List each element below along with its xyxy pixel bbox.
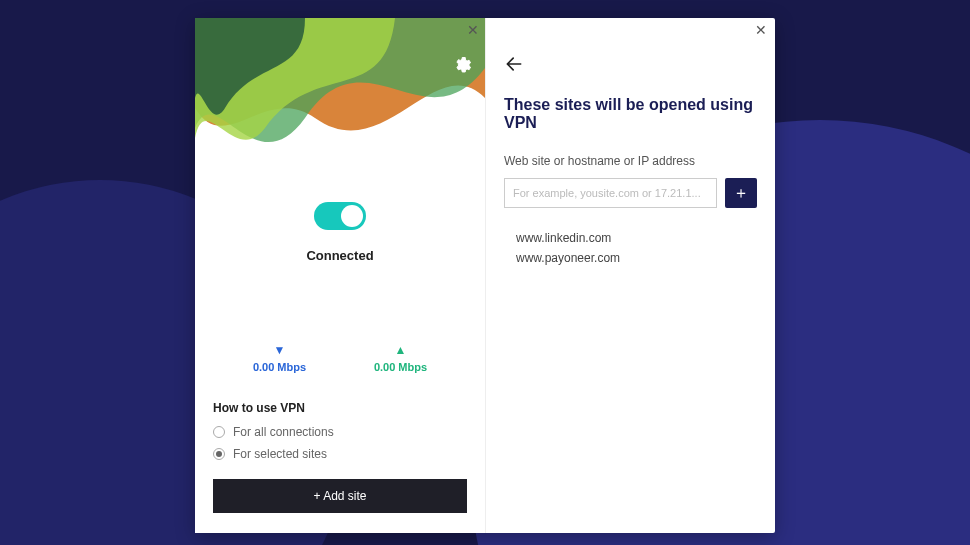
sites-panel: ✕ These sites will be opened using VPN W… xyxy=(485,18,775,533)
add-site-button[interactable]: + Add site xyxy=(213,479,467,513)
download-value: 0.00 Mbps xyxy=(253,361,306,373)
site-list: www.linkedin.com www.payoneer.com xyxy=(504,228,757,268)
upload-arrow-icon: ▲ xyxy=(395,343,407,357)
radio-icon xyxy=(213,426,225,438)
download-speed: ▼ 0.00 Mbps xyxy=(253,343,306,373)
radio-icon xyxy=(213,448,225,460)
add-site-label: + Add site xyxy=(313,489,366,503)
mode-selected-label: For selected sites xyxy=(233,447,327,461)
download-arrow-icon: ▼ xyxy=(274,343,286,357)
connection-status: Connected xyxy=(306,248,373,263)
panel-title: These sites will be opened using VPN xyxy=(504,96,757,132)
mode-all-label: For all connections xyxy=(233,425,334,439)
close-icon[interactable]: ✕ xyxy=(755,22,767,38)
main-panel: ✕ Connected ▼ 0.00 Mbps ▲ xyxy=(195,18,485,533)
back-arrow-icon[interactable] xyxy=(504,54,524,74)
mode-all-connections[interactable]: For all connections xyxy=(213,425,467,439)
plus-icon: ＋ xyxy=(733,183,749,204)
connection-toggle[interactable] xyxy=(314,202,366,230)
list-item[interactable]: www.linkedin.com xyxy=(504,228,757,248)
upload-value: 0.00 Mbps xyxy=(374,361,427,373)
site-input-label: Web site or hostname or IP address xyxy=(504,154,757,168)
settings-gear-icon[interactable] xyxy=(453,56,471,74)
header-graphic: ✕ xyxy=(195,18,485,158)
list-item[interactable]: www.payoneer.com xyxy=(504,248,757,268)
close-icon[interactable]: ✕ xyxy=(467,22,479,38)
howto-section: How to use VPN For all connections For s… xyxy=(213,401,467,469)
speed-stats: ▼ 0.00 Mbps ▲ 0.00 Mbps xyxy=(195,343,485,373)
howto-title: How to use VPN xyxy=(213,401,467,415)
upload-speed: ▲ 0.00 Mbps xyxy=(374,343,427,373)
vpn-app: ✕ Connected ▼ 0.00 Mbps ▲ xyxy=(195,18,775,533)
site-input[interactable] xyxy=(504,178,717,208)
add-button[interactable]: ＋ xyxy=(725,178,757,208)
mode-selected-sites[interactable]: For selected sites xyxy=(213,447,467,461)
